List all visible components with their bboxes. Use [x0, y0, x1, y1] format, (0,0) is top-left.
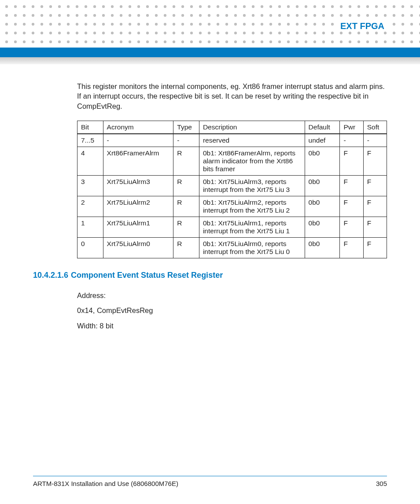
- th-default: Default: [305, 121, 340, 134]
- address-value: 0x14, CompEvtResReg: [77, 303, 387, 318]
- cell-soft: F: [363, 217, 387, 237]
- cell-bit: 1: [77, 217, 103, 237]
- cell-def: undef: [305, 134, 340, 147]
- intro-paragraph: This register monitors the internal comp…: [77, 81, 387, 111]
- cell-soft: F: [363, 237, 387, 258]
- th-description: Description: [199, 121, 305, 134]
- cell-bit: 0: [77, 237, 103, 258]
- cell-type: R: [173, 196, 199, 217]
- th-soft: Soft: [363, 121, 387, 134]
- cell-acr: Xrt86FramerAlrm: [103, 147, 173, 175]
- cell-desc: 0b1: Xrt75LiuAlrm1, reports interrupt fr…: [199, 217, 305, 237]
- header-blue-bar: [0, 48, 420, 57]
- register-table: Bit Acronym Type Description Default Pwr…: [77, 121, 387, 258]
- cell-soft: F: [363, 147, 387, 175]
- cell-desc: 0b1: Xrt75LiuAlrm0, reports interrupt fr…: [199, 237, 305, 258]
- th-acronym: Acronym: [103, 121, 173, 134]
- cell-def: 0b0: [305, 217, 340, 237]
- register-details: Address: 0x14, CompEvtResReg Width: 8 bi…: [77, 288, 387, 334]
- cell-type: R: [173, 175, 199, 196]
- table-row: 7...5--reservedundef--: [77, 134, 387, 147]
- table-row: 4Xrt86FramerAlrmR0b1: Xrt86FramerAlrm, r…: [77, 147, 387, 175]
- cell-soft: -: [363, 134, 387, 147]
- cell-pwr: F: [340, 147, 363, 175]
- cell-bit: 3: [77, 175, 103, 196]
- th-bit: Bit: [77, 121, 103, 134]
- cell-bit: 7...5: [77, 134, 103, 147]
- table-row: 1Xrt75LiuAlrm1R0b1: Xrt75LiuAlrm1, repor…: [77, 217, 387, 237]
- cell-acr: Xrt75LiuAlrm1: [103, 217, 173, 237]
- table-row: 3Xrt75LiuAlrm3R0b1: Xrt75LiuAlrm3, repor…: [77, 175, 387, 196]
- cell-pwr: F: [340, 196, 363, 217]
- cell-type: R: [173, 217, 199, 237]
- page-footer: ARTM-831X Installation and Use (6806800M…: [33, 476, 387, 487]
- cell-type: R: [173, 237, 199, 258]
- header-gray-bar: [0, 57, 420, 64]
- cell-desc: reserved: [199, 134, 305, 147]
- width-value: Width: 8 bit: [77, 318, 387, 334]
- cell-desc: 0b1: Xrt75LiuAlrm2, reports interrupt fr…: [199, 196, 305, 217]
- page-header-title: EXT FPGA: [338, 21, 387, 31]
- cell-soft: F: [363, 196, 387, 217]
- cell-def: 0b0: [305, 147, 340, 175]
- cell-pwr: F: [340, 237, 363, 258]
- th-pwr: Pwr: [340, 121, 363, 134]
- cell-acr: -: [103, 134, 173, 147]
- section-title: Component Event Status Reset Register: [71, 271, 223, 280]
- cell-def: 0b0: [305, 237, 340, 258]
- footer-doc-title: ARTM-831X Installation and Use (6806800M…: [33, 480, 178, 487]
- cell-def: 0b0: [305, 196, 340, 217]
- cell-pwr: F: [340, 175, 363, 196]
- section-heading: 10.4.2.1.6Component Event Status Reset R…: [33, 271, 387, 280]
- cell-type: R: [173, 147, 199, 175]
- table-row: 2Xrt75LiuAlrm2R0b1: Xrt75LiuAlrm2, repor…: [77, 196, 387, 217]
- cell-type: -: [173, 134, 199, 147]
- cell-acr: Xrt75LiuAlrm3: [103, 175, 173, 196]
- cell-acr: Xrt75LiuAlrm0: [103, 237, 173, 258]
- table-row: 0Xrt75LiuAlrm0R0b1: Xrt75LiuAlrm0, repor…: [77, 237, 387, 258]
- cell-acr: Xrt75LiuAlrm2: [103, 196, 173, 217]
- cell-def: 0b0: [305, 175, 340, 196]
- table-header-row: Bit Acronym Type Description Default Pwr…: [77, 121, 387, 134]
- address-label: Address:: [77, 288, 387, 303]
- cell-desc: 0b1: Xrt75LiuAlrm3, reports interrupt fr…: [199, 175, 305, 196]
- th-type: Type: [173, 121, 199, 134]
- cell-bit: 2: [77, 196, 103, 217]
- footer-page-number: 305: [376, 480, 387, 487]
- cell-desc: 0b1: Xrt86FramerAlrm, reports alarm indi…: [199, 147, 305, 175]
- cell-bit: 4: [77, 147, 103, 175]
- cell-pwr: F: [340, 217, 363, 237]
- section-number: 10.4.2.1.6: [33, 271, 68, 280]
- cell-soft: F: [363, 175, 387, 196]
- cell-pwr: -: [340, 134, 363, 147]
- main-content: This register monitors the internal comp…: [77, 81, 387, 334]
